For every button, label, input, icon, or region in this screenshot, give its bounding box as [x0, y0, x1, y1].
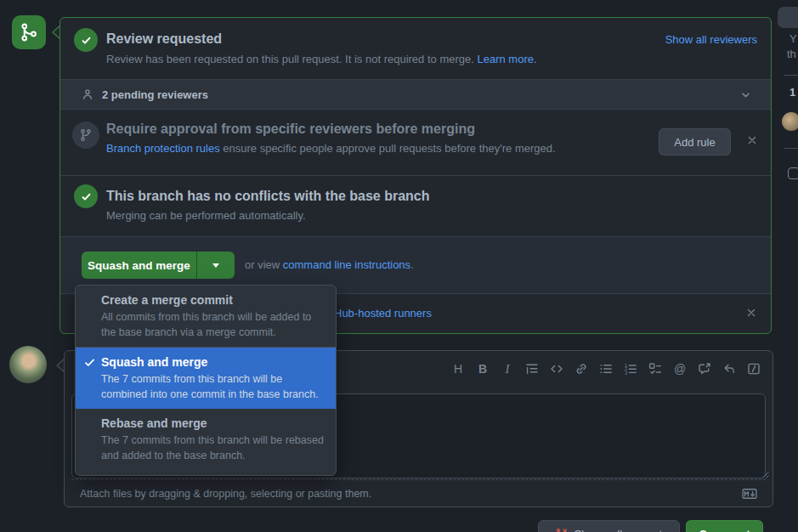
link-icon[interactable] [574, 362, 588, 376]
review-requested-title: Review requested [106, 31, 222, 47]
dropdown-item-title: Create a merge commit [101, 292, 329, 308]
heading-icon[interactable]: H [451, 362, 465, 376]
branch-protection-circle [72, 122, 99, 149]
chevron-down-icon [739, 88, 752, 101]
dropdown-item-description: All commits from this branch will be add… [101, 309, 329, 340]
learn-more-link[interactable]: Learn more. [477, 53, 536, 65]
merge-button-group: Squash and merge [82, 252, 235, 279]
review-requested-section: Review requested Review has been request… [60, 18, 771, 79]
pull-request-closed-icon [556, 528, 568, 532]
branch-protection-description: Branch protection rules ensure specific … [106, 142, 556, 155]
task-list-icon[interactable] [648, 362, 662, 376]
resize-grip[interactable] [761, 471, 770, 479]
conflicts-check-circle [74, 184, 98, 208]
unordered-list-icon[interactable] [599, 362, 613, 376]
right-rail-avatar-fragment [782, 112, 798, 131]
selected-check-icon [83, 356, 96, 369]
right-rail-button-fragment[interactable] [778, 7, 798, 28]
right-rail-divider [784, 75, 798, 76]
add-rule-button[interactable]: Add rule [659, 128, 731, 156]
right-rail-count-fragment: 1 [790, 86, 795, 99]
pending-reviewers-row[interactable]: 2 pending reviewers [60, 79, 771, 110]
quote-icon[interactable] [525, 362, 539, 376]
right-rail-text-fragment-1: Y [790, 32, 797, 45]
caret-down-icon [212, 263, 219, 268]
dropdown-item-description: The 7 commits from this branch will be r… [101, 433, 329, 463]
attach-files-row[interactable]: Attach files by dragging & dropping, sel… [71, 479, 766, 507]
person-icon [81, 88, 94, 101]
markdown-icon[interactable] [742, 489, 757, 499]
right-rail-text-fragment-2: th [787, 48, 796, 60]
user-avatar [9, 346, 47, 383]
markdown-toolbar: H B I 123 @ [451, 362, 761, 376]
dropdown-item-squash-and-merge[interactable]: Squash and merge The 7 commits from this… [76, 348, 336, 409]
right-rail-icon-fragment [788, 167, 798, 179]
dropdown-item-description: The 7 commits from this branch will be c… [101, 371, 329, 402]
dropdown-item-rebase-and-merge[interactable]: Rebase and merge The 7 commits from this… [76, 409, 336, 475]
dropdown-item-create-merge-commit[interactable]: Create a merge commit All commits from t… [76, 286, 336, 348]
branch-protection-rules-link[interactable]: Branch protection rules [106, 142, 220, 155]
branch-protection-section: Require approval from specific reviewers… [60, 110, 771, 175]
slash-command-icon[interactable] [747, 362, 761, 376]
show-all-reviewers-link[interactable]: Show all reviewers [665, 33, 757, 46]
right-rail-divider [784, 148, 798, 149]
command-line-instructions-link[interactable]: command line instructions [283, 258, 410, 271]
git-merge-timeline-icon [12, 15, 46, 49]
squash-and-merge-button[interactable]: Squash and merge [82, 252, 196, 279]
review-check-circle [74, 28, 98, 52]
branch-protection-title: Require approval from specific reviewers… [106, 122, 475, 137]
cli-instructions-text: or view command line instructions. [245, 258, 414, 271]
attach-files-hint: Attach files by dragging & dropping, sel… [80, 488, 371, 500]
mention-icon[interactable]: @ [673, 362, 687, 376]
git-merge-icon [20, 23, 38, 42]
italic-icon[interactable]: I [501, 362, 514, 376]
review-requested-description: Review has been requested on this pull r… [106, 53, 537, 65]
comment-button[interactable]: Comment [686, 520, 763, 532]
git-branch-icon [79, 128, 93, 142]
dismiss-runners-button[interactable] [745, 307, 757, 319]
merge-options-dropdown-button[interactable] [196, 252, 235, 279]
review-requested-description-text: Review has been requested on this pull r… [106, 53, 474, 65]
branch-protection-description-text: ensure specific people approve pull requ… [220, 142, 556, 155]
close-pull-request-button[interactable]: Close pull request [538, 520, 680, 532]
close-icon [746, 134, 758, 146]
svg-text:3: 3 [625, 371, 627, 376]
ordered-list-icon[interactable]: 123 [624, 362, 637, 376]
dismiss-protection-button[interactable] [746, 134, 758, 146]
pending-reviewers-label: 2 pending reviewers [102, 88, 208, 101]
pull-request-merge-screen: Review requested Review has been request… [0, 0, 798, 532]
check-icon [80, 190, 93, 203]
no-conflicts-section: This branch has no conflicts with the ba… [60, 175, 771, 236]
bold-icon[interactable]: B [476, 362, 490, 376]
close-pull-request-label: Close pull request [574, 528, 662, 532]
no-conflicts-title: This branch has no conflicts with the ba… [106, 189, 430, 204]
check-icon [80, 34, 93, 47]
saved-replies-icon[interactable] [722, 362, 736, 376]
dropdown-item-title: Rebase and merge [101, 416, 329, 431]
no-conflicts-description: Merging can be performed automatically. [106, 209, 306, 222]
close-icon [745, 307, 757, 319]
hub-hosted-runners-link[interactable]: Hub-hosted runners [334, 307, 432, 320]
dropdown-item-title: Squash and merge [101, 354, 329, 370]
code-icon[interactable] [550, 362, 563, 376]
merge-options-dropdown: Create a merge commit All commits from t… [75, 285, 337, 476]
cross-reference-icon[interactable] [698, 362, 711, 376]
or-view-text: or view [245, 258, 280, 271]
period-text: . [410, 258, 414, 271]
